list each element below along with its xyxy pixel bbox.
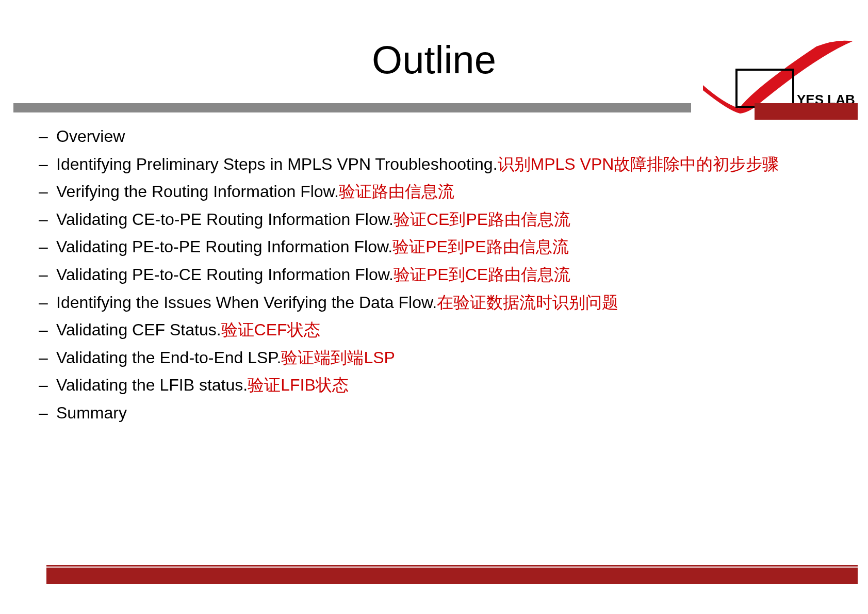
bullet-text: Validating PE-to-CE Routing Information … xyxy=(56,262,842,288)
bullet-text: Validating the End-to-End LSP.验证端到端LSP xyxy=(56,345,842,371)
footer-line xyxy=(46,565,858,567)
bullet-dash: – xyxy=(39,262,56,288)
bullet-dash: – xyxy=(39,345,56,371)
bullet-item: – Verifying the Routing Information Flow… xyxy=(39,179,842,205)
bullet-text: Validating CEF Status.验证CEF状态 xyxy=(56,317,842,343)
bullet-dash: – xyxy=(39,290,56,316)
bullet-text: Validating the LFIB status.验证LFIB状态 xyxy=(56,373,842,398)
slide: Outline YES LAB – Overview – Identifying… xyxy=(0,0,868,614)
bullet-item: – Overview xyxy=(39,124,842,150)
yeslab-logo-icon: YES LAB xyxy=(682,36,858,114)
bullet-item: – Validating PE-to-PE Routing Informatio… xyxy=(39,234,842,260)
bullet-dash: – xyxy=(39,373,56,398)
bullet-dash: – xyxy=(39,234,56,260)
bullet-dash: – xyxy=(39,317,56,343)
bullet-item: – Validating CEF Status.验证CEF状态 xyxy=(39,317,842,343)
bullet-item: – Identifying Preliminary Steps in MPLS … xyxy=(39,152,842,177)
footer-bar xyxy=(46,568,858,584)
bullet-text: Validating PE-to-PE Routing Information … xyxy=(56,234,842,260)
bullet-list: – Overview – Identifying Preliminary Ste… xyxy=(39,124,842,428)
bullet-dash: – xyxy=(39,400,56,426)
header-gray-bar xyxy=(13,103,691,112)
bullet-text: Identifying Preliminary Steps in MPLS VP… xyxy=(56,152,842,177)
bullet-text: Verifying the Routing Information Flow.验… xyxy=(56,179,842,205)
bullet-text: Overview xyxy=(56,124,842,150)
header-red-block xyxy=(755,103,858,120)
bullet-text: Summary xyxy=(56,400,842,426)
logo: YES LAB xyxy=(682,36,858,114)
bullet-dash: – xyxy=(39,152,56,177)
bullet-item: – Identifying the Issues When Verifying … xyxy=(39,290,842,316)
bullet-dash: – xyxy=(39,124,56,150)
bullet-item: – Validating the LFIB status.验证LFIB状态 xyxy=(39,373,842,398)
bullet-item: – Validating the End-to-End LSP.验证端到端LSP xyxy=(39,345,842,371)
bullet-dash: – xyxy=(39,207,56,233)
bullet-text: Validating CE-to-PE Routing Information … xyxy=(56,207,842,233)
title-area: Outline YES LAB xyxy=(0,0,868,116)
bullet-item: – Validating PE-to-CE Routing Informatio… xyxy=(39,262,842,288)
bullet-item: – Validating CE-to-PE Routing Informatio… xyxy=(39,207,842,233)
bullet-item: – Summary xyxy=(39,400,842,426)
bullet-text: Identifying the Issues When Verifying th… xyxy=(56,290,842,316)
bullet-dash: – xyxy=(39,179,56,205)
